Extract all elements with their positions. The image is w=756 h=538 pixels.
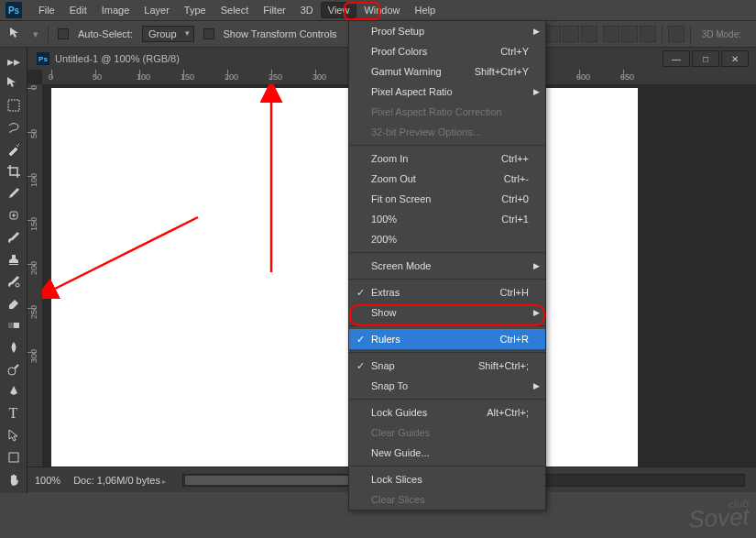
ps-doc-icon: Ps — [37, 52, 49, 65]
menu-item-show[interactable]: Show▶ — [349, 302, 545, 323]
menu-bar: Ps FileEditImageLayerTypeSelectFilter3DV… — [0, 0, 756, 20]
3d-mode-label: 3D Mode: — [696, 27, 747, 41]
vertical-ruler[interactable]: 050100150200250300 — [27, 84, 42, 467]
menu-item-lock-slices[interactable]: Lock Slices — [349, 469, 545, 489]
move-tool[interactable] — [4, 73, 24, 93]
lasso-tool[interactable] — [4, 117, 24, 137]
menu-layer[interactable]: Layer — [137, 2, 177, 18]
doc-info[interactable]: Doc: 1,06M/0 bytes — [73, 475, 166, 486]
menu-item-proof-colors[interactable]: Proof ColorsCtrl+Y — [349, 41, 545, 61]
menu-help[interactable]: Help — [408, 2, 444, 18]
align-icon[interactable] — [581, 26, 597, 42]
shape-tool[interactable] — [4, 447, 24, 467]
menu-item-lock-guides[interactable]: Lock GuidesAlt+Ctrl+; — [349, 402, 545, 423]
show-transform-label: Show Transform Controls — [224, 28, 337, 39]
blur-tool[interactable] — [4, 337, 24, 357]
align-icon[interactable] — [621, 26, 638, 42]
marquee-tool[interactable] — [4, 95, 24, 115]
menu-window[interactable]: Window — [356, 2, 407, 18]
menu-image[interactable]: Image — [94, 2, 137, 18]
view-dropdown-menu: Proof Setup▶Proof ColorsCtrl+YGamut Warn… — [348, 20, 546, 511]
minimize-button[interactable]: — — [663, 50, 690, 67]
toolbox: ▸▸ T — [0, 48, 27, 493]
watermark: club Sovet — [687, 497, 750, 533]
app-logo: Ps — [5, 2, 22, 18]
menu-type[interactable]: Type — [177, 2, 214, 18]
move-tool-icon — [9, 27, 24, 41]
menu-item-snap[interactable]: ✓SnapShift+Ctrl+; — [349, 356, 545, 376]
crop-tool[interactable] — [4, 161, 24, 181]
menu-item-clear-slices: Clear Slices — [349, 489, 545, 510]
stamp-tool[interactable] — [4, 249, 24, 269]
zoom-level[interactable]: 100% — [35, 475, 60, 486]
pen-tool[interactable] — [4, 381, 24, 401]
wand-tool[interactable] — [4, 139, 24, 159]
menu-item-pixel-aspect-ratio-correction: Pixel Aspect Ratio Correction — [349, 102, 545, 122]
menu-file[interactable]: File — [31, 2, 62, 18]
healing-tool[interactable] — [4, 205, 24, 225]
menu-edit[interactable]: Edit — [62, 2, 94, 18]
align-icon[interactable] — [544, 26, 561, 42]
menu-item-extras[interactable]: ✓ExtrasCtrl+H — [349, 282, 545, 302]
menu-item-200-[interactable]: 200% — [349, 229, 545, 249]
brush-tool[interactable] — [4, 227, 24, 247]
svg-rect-6 — [9, 453, 18, 462]
history-brush-tool[interactable] — [4, 271, 24, 291]
document-tab[interactable]: Ps Untitled-1 @ 100% (RGB/8) — [27, 52, 189, 65]
menu-3d[interactable]: 3D — [293, 2, 321, 18]
menu-item-zoom-out[interactable]: Zoom OutCtrl+- — [349, 169, 545, 189]
svg-point-2 — [16, 283, 19, 287]
align-icon[interactable] — [603, 26, 619, 42]
collapse-icon[interactable]: ▸▸ — [4, 51, 24, 71]
auto-select-label: Auto-Select: — [78, 28, 133, 39]
menu-item-new-guide-[interactable]: New Guide... — [349, 443, 545, 463]
menu-item-snap-to[interactable]: Snap To▶ — [349, 376, 545, 396]
hand-tool[interactable] — [4, 469, 24, 489]
menu-select[interactable]: Select — [214, 2, 257, 18]
menu-item-proof-setup[interactable]: Proof Setup▶ — [349, 21, 545, 41]
distribute-icon[interactable] — [668, 26, 685, 42]
align-icon[interactable] — [563, 26, 579, 42]
menu-item-fit-on-screen[interactable]: Fit on ScreenCtrl+0 — [349, 189, 545, 209]
svg-point-5 — [8, 368, 16, 375]
svg-rect-4 — [8, 323, 14, 328]
menu-filter[interactable]: Filter — [256, 2, 292, 18]
type-tool[interactable]: T — [4, 403, 24, 423]
menu-item-rulers[interactable]: ✓RulersCtrl+R — [349, 329, 545, 349]
menu-item-gamut-warning[interactable]: Gamut WarningShift+Ctrl+Y — [349, 61, 545, 82]
close-button[interactable]: ✕ — [721, 50, 749, 67]
menu-item-screen-mode[interactable]: Screen Mode▶ — [349, 256, 545, 276]
menu-item-100-[interactable]: 100%Ctrl+1 — [349, 209, 545, 229]
maximize-button[interactable]: □ — [692, 50, 719, 67]
menu-view[interactable]: View — [321, 2, 357, 18]
menu-item-32-bit-preview-options-: 32-bit Preview Options... — [349, 122, 545, 142]
eyedropper-tool[interactable] — [4, 183, 24, 203]
eraser-tool[interactable] — [4, 293, 24, 313]
layer-group-select[interactable]: Group — [142, 26, 194, 42]
align-icon[interactable] — [640, 26, 656, 42]
menu-item-pixel-aspect-ratio[interactable]: Pixel Aspect Ratio▶ — [349, 82, 545, 102]
svg-rect-0 — [8, 100, 19, 111]
menu-item-clear-guides: Clear Guides — [349, 423, 545, 443]
tab-title: Untitled-1 @ 100% (RGB/8) — [55, 53, 180, 64]
path-select-tool[interactable] — [4, 425, 24, 445]
gradient-tool[interactable] — [4, 315, 24, 335]
show-transform-checkbox[interactable] — [203, 28, 214, 39]
align-group-1 — [544, 26, 597, 42]
auto-select-checkbox[interactable] — [58, 28, 69, 39]
align-group-2 — [603, 26, 656, 42]
dodge-tool[interactable] — [4, 359, 24, 379]
menu-item-zoom-in[interactable]: Zoom InCtrl++ — [349, 148, 545, 169]
canvas-page[interactable] — [51, 88, 638, 467]
